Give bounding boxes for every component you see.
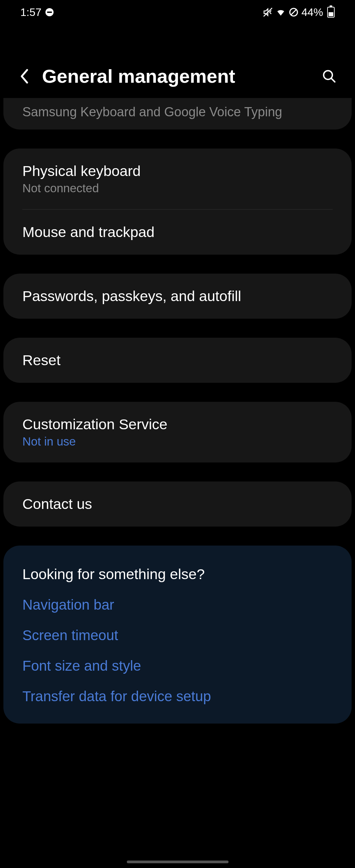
- contact-us-item[interactable]: Contact us: [3, 481, 352, 527]
- clock-text: 1:57: [20, 6, 41, 19]
- physical-keyboard-item[interactable]: Physical keyboard Not connected: [3, 149, 352, 209]
- battery-icon: [327, 7, 335, 18]
- passwords-item[interactable]: Passwords, passkeys, and autofill: [3, 274, 352, 319]
- mouse-trackpad-item[interactable]: Mouse and trackpad: [3, 210, 352, 255]
- mute-icon: [263, 7, 273, 17]
- suggestion-link-font-size[interactable]: Font size and style: [22, 658, 333, 674]
- item-title: Mouse and trackpad: [22, 224, 333, 240]
- item-title: Reset: [22, 352, 333, 369]
- back-button[interactable]: [16, 68, 33, 84]
- svg-line-4: [331, 78, 335, 82]
- settings-group-contact: Contact us: [3, 481, 352, 527]
- suggestion-link-transfer-data[interactable]: Transfer data for device setup: [22, 688, 333, 705]
- search-button[interactable]: [320, 67, 339, 86]
- item-title: Passwords, passkeys, and autofill: [22, 288, 333, 304]
- chevron-left-icon: [19, 68, 30, 84]
- dnd-icon: [45, 8, 54, 16]
- keyboard-list-subtitle: Samsung Keyboard and Google Voice Typing: [22, 105, 333, 119]
- status-bar: 1:57 44%: [0, 0, 355, 24]
- no-data-icon: [289, 7, 299, 17]
- suggestion-link-navigation-bar[interactable]: Navigation bar: [22, 597, 333, 613]
- settings-group-input-devices: Physical keyboard Not connected Mouse an…: [3, 149, 352, 255]
- item-title: Customization Service: [22, 416, 333, 433]
- settings-group-customization: Customization Service Not in use: [3, 402, 352, 462]
- suggestions-card: Looking for something else? Navigation b…: [3, 546, 352, 724]
- wifi-icon: [276, 7, 286, 17]
- app-header: General management: [0, 52, 355, 98]
- keyboard-list-item[interactable]: Samsung Keyboard and Google Voice Typing: [3, 98, 352, 130]
- battery-percent-text: 44%: [301, 6, 323, 19]
- item-title: Physical keyboard: [22, 163, 333, 179]
- svg-line-2: [291, 9, 297, 15]
- item-subtitle: Not in use: [22, 435, 333, 448]
- suggestions-heading: Looking for something else?: [22, 566, 333, 583]
- page-title: General management: [42, 65, 310, 87]
- search-icon: [322, 69, 337, 84]
- settings-group-passwords: Passwords, passkeys, and autofill: [3, 274, 352, 319]
- item-subtitle: Not connected: [22, 181, 333, 195]
- customization-service-item[interactable]: Customization Service Not in use: [3, 402, 352, 462]
- item-title: Contact us: [22, 496, 333, 512]
- suggestion-link-screen-timeout[interactable]: Screen timeout: [22, 627, 333, 644]
- navigation-handle[interactable]: [127, 861, 229, 863]
- status-left: 1:57: [20, 6, 54, 19]
- reset-item[interactable]: Reset: [3, 338, 352, 383]
- status-right: 44%: [263, 6, 335, 19]
- settings-group-reset: Reset: [3, 338, 352, 383]
